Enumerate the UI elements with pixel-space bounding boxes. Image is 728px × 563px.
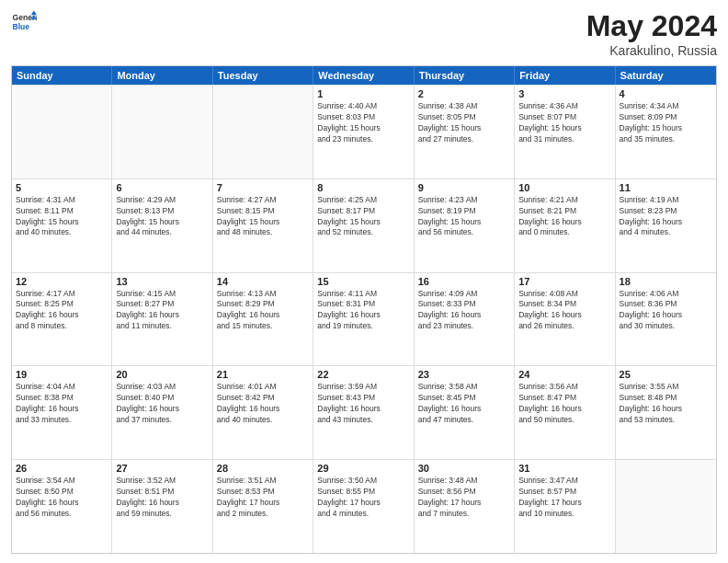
header: General Blue May 2024 Karakulino, Russia — [11, 9, 717, 58]
day-number: 29 — [317, 463, 409, 474]
cell-info: Sunrise: 3:55 AM Sunset: 8:48 PM Dayligh… — [620, 382, 712, 426]
svg-text:Blue: Blue — [13, 22, 30, 31]
day-number: 16 — [418, 276, 510, 287]
cal-cell: 21Sunrise: 4:01 AM Sunset: 8:42 PM Dayli… — [213, 366, 313, 459]
cal-cell: 25Sunrise: 3:55 AM Sunset: 8:48 PM Dayli… — [616, 366, 716, 459]
day-number: 2 — [418, 88, 510, 99]
cell-info: Sunrise: 4:11 AM Sunset: 8:31 PM Dayligh… — [317, 289, 409, 333]
day-number: 9 — [418, 182, 510, 193]
day-number: 23 — [418, 369, 510, 380]
week-row-1: 1Sunrise: 4:40 AM Sunset: 8:03 PM Daylig… — [12, 85, 716, 178]
cell-info: Sunrise: 4:08 AM Sunset: 8:34 PM Dayligh… — [518, 289, 610, 333]
cell-info: Sunrise: 4:25 AM Sunset: 8:17 PM Dayligh… — [317, 195, 409, 239]
day-header-saturday: Saturday — [616, 66, 716, 85]
logo: General Blue — [11, 9, 37, 35]
cell-info: Sunrise: 3:59 AM Sunset: 8:43 PM Dayligh… — [317, 382, 409, 426]
day-number: 22 — [317, 369, 409, 380]
cal-cell: 31Sunrise: 3:47 AM Sunset: 8:57 PM Dayli… — [515, 460, 615, 553]
cell-info: Sunrise: 4:27 AM Sunset: 8:15 PM Dayligh… — [217, 195, 309, 239]
cell-info: Sunrise: 3:56 AM Sunset: 8:47 PM Dayligh… — [518, 382, 610, 426]
week-row-2: 5Sunrise: 4:31 AM Sunset: 8:11 PM Daylig… — [12, 178, 716, 272]
day-number: 18 — [620, 276, 712, 287]
cal-cell: 6Sunrise: 4:29 AM Sunset: 8:13 PM Daylig… — [112, 179, 212, 272]
cell-info: Sunrise: 4:21 AM Sunset: 8:21 PM Dayligh… — [518, 195, 610, 239]
day-number: 8 — [317, 182, 409, 193]
cal-cell — [112, 86, 212, 178]
cell-info: Sunrise: 4:34 AM Sunset: 8:09 PM Dayligh… — [620, 101, 712, 145]
cal-cell: 11Sunrise: 4:19 AM Sunset: 8:23 PM Dayli… — [616, 179, 716, 272]
cell-info: Sunrise: 4:15 AM Sunset: 8:27 PM Dayligh… — [116, 289, 208, 333]
cell-info: Sunrise: 4:09 AM Sunset: 8:33 PM Dayligh… — [418, 289, 510, 333]
cal-cell: 8Sunrise: 4:25 AM Sunset: 8:17 PM Daylig… — [313, 179, 414, 272]
cell-info: Sunrise: 3:48 AM Sunset: 8:56 PM Dayligh… — [418, 476, 510, 520]
day-number: 12 — [16, 276, 108, 287]
day-number: 4 — [620, 88, 712, 99]
cal-cell: 18Sunrise: 4:06 AM Sunset: 8:36 PM Dayli… — [616, 273, 716, 366]
day-number: 3 — [518, 88, 610, 99]
calendar-body: 1Sunrise: 4:40 AM Sunset: 8:03 PM Daylig… — [12, 85, 716, 553]
cell-info: Sunrise: 4:13 AM Sunset: 8:29 PM Dayligh… — [217, 289, 309, 333]
title-block: May 2024 Karakulino, Russia — [586, 9, 717, 58]
cal-cell — [213, 86, 313, 178]
day-number: 31 — [518, 463, 610, 474]
cal-cell: 9Sunrise: 4:23 AM Sunset: 8:19 PM Daylig… — [415, 179, 515, 272]
day-number: 11 — [620, 182, 712, 193]
cal-cell: 30Sunrise: 3:48 AM Sunset: 8:56 PM Dayli… — [415, 460, 515, 553]
week-row-4: 19Sunrise: 4:04 AM Sunset: 8:38 PM Dayli… — [12, 365, 716, 459]
day-number: 30 — [418, 463, 510, 474]
cal-cell: 15Sunrise: 4:11 AM Sunset: 8:31 PM Dayli… — [313, 273, 414, 366]
cal-cell: 10Sunrise: 4:21 AM Sunset: 8:21 PM Dayli… — [515, 179, 615, 272]
cell-info: Sunrise: 4:17 AM Sunset: 8:25 PM Dayligh… — [16, 289, 108, 333]
day-number: 28 — [217, 463, 309, 474]
logo-icon: General Blue — [11, 9, 37, 35]
cell-info: Sunrise: 4:23 AM Sunset: 8:19 PM Dayligh… — [418, 195, 510, 239]
cal-cell: 23Sunrise: 3:58 AM Sunset: 8:45 PM Dayli… — [415, 366, 515, 459]
cal-cell: 22Sunrise: 3:59 AM Sunset: 8:43 PM Dayli… — [313, 366, 414, 459]
cal-cell: 3Sunrise: 4:36 AM Sunset: 8:07 PM Daylig… — [515, 86, 615, 178]
cal-cell: 19Sunrise: 4:04 AM Sunset: 8:38 PM Dayli… — [12, 366, 112, 459]
cell-info: Sunrise: 3:58 AM Sunset: 8:45 PM Dayligh… — [418, 382, 510, 426]
title-location: Karakulino, Russia — [586, 43, 717, 58]
day-number: 25 — [620, 369, 712, 380]
cal-cell: 13Sunrise: 4:15 AM Sunset: 8:27 PM Dayli… — [112, 273, 212, 366]
calendar: SundayMondayTuesdayWednesdayThursdayFrid… — [11, 65, 717, 554]
day-number: 24 — [518, 369, 610, 380]
cell-info: Sunrise: 4:40 AM Sunset: 8:03 PM Dayligh… — [317, 101, 409, 145]
cell-info: Sunrise: 4:29 AM Sunset: 8:13 PM Dayligh… — [116, 195, 208, 239]
cell-info: Sunrise: 4:19 AM Sunset: 8:23 PM Dayligh… — [620, 195, 712, 239]
cal-cell — [616, 460, 716, 553]
day-number: 6 — [116, 182, 208, 193]
day-number: 17 — [518, 276, 610, 287]
cell-info: Sunrise: 3:54 AM Sunset: 8:50 PM Dayligh… — [16, 476, 108, 520]
cal-cell: 28Sunrise: 3:51 AM Sunset: 8:53 PM Dayli… — [213, 460, 313, 553]
cal-cell: 17Sunrise: 4:08 AM Sunset: 8:34 PM Dayli… — [515, 273, 615, 366]
cell-info: Sunrise: 4:04 AM Sunset: 8:38 PM Dayligh… — [16, 382, 108, 426]
day-number: 15 — [317, 276, 409, 287]
day-number: 7 — [217, 182, 309, 193]
day-number: 5 — [16, 182, 108, 193]
week-row-3: 12Sunrise: 4:17 AM Sunset: 8:25 PM Dayli… — [12, 272, 716, 366]
cell-info: Sunrise: 3:52 AM Sunset: 8:51 PM Dayligh… — [116, 476, 208, 520]
week-row-5: 26Sunrise: 3:54 AM Sunset: 8:50 PM Dayli… — [12, 459, 716, 553]
cal-cell: 20Sunrise: 4:03 AM Sunset: 8:40 PM Dayli… — [112, 366, 212, 459]
cal-cell: 12Sunrise: 4:17 AM Sunset: 8:25 PM Dayli… — [12, 273, 112, 366]
day-number: 19 — [16, 369, 108, 380]
day-number: 13 — [116, 276, 208, 287]
cal-cell: 4Sunrise: 4:34 AM Sunset: 8:09 PM Daylig… — [616, 86, 716, 178]
day-number: 21 — [217, 369, 309, 380]
cal-cell: 1Sunrise: 4:40 AM Sunset: 8:03 PM Daylig… — [313, 86, 414, 178]
day-header-friday: Friday — [515, 66, 615, 85]
cell-info: Sunrise: 3:50 AM Sunset: 8:55 PM Dayligh… — [317, 476, 409, 520]
cal-cell: 14Sunrise: 4:13 AM Sunset: 8:29 PM Dayli… — [213, 273, 313, 366]
page: General Blue May 2024 Karakulino, Russia… — [0, 0, 728, 563]
cal-cell: 5Sunrise: 4:31 AM Sunset: 8:11 PM Daylig… — [12, 179, 112, 272]
cell-info: Sunrise: 3:51 AM Sunset: 8:53 PM Dayligh… — [217, 476, 309, 520]
cal-cell: 27Sunrise: 3:52 AM Sunset: 8:51 PM Dayli… — [112, 460, 212, 553]
day-number: 1 — [317, 88, 409, 99]
day-header-tuesday: Tuesday — [213, 66, 313, 85]
day-header-sunday: Sunday — [12, 66, 112, 85]
cal-cell: 7Sunrise: 4:27 AM Sunset: 8:15 PM Daylig… — [213, 179, 313, 272]
day-header-wednesday: Wednesday — [313, 66, 414, 85]
cal-cell: 16Sunrise: 4:09 AM Sunset: 8:33 PM Dayli… — [415, 273, 515, 366]
day-number: 10 — [518, 182, 610, 193]
